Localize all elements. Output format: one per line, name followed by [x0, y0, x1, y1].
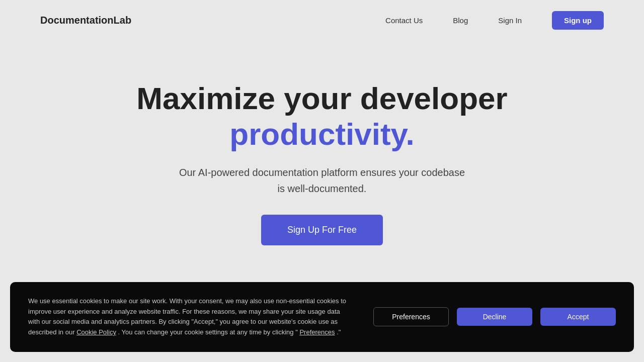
hero-title: Maximize your developer productivity. [136, 80, 507, 152]
cookie-text-after: . You can change your cookie settings at… [118, 328, 298, 336]
hero-subtitle-line2: is well-documented. [278, 183, 367, 194]
navbar: DocumentationLab Contact Us Blog Sign In… [0, 0, 644, 40]
hero-title-line1: Maximize your developer [136, 81, 507, 116]
cookie-decline-button[interactable]: Decline [457, 308, 532, 326]
nav-link-contact[interactable]: Contact Us [385, 16, 423, 25]
cookie-text-end: ." [337, 328, 341, 336]
hero-section: Maximize your developer productivity. Ou… [0, 40, 644, 306]
nav-link-blog[interactable]: Blog [453, 16, 468, 25]
nav-link-signin[interactable]: Sign In [498, 16, 522, 25]
brand-logo: DocumentationLab [40, 15, 131, 26]
hero-cta-button[interactable]: Sign Up For Free [261, 215, 383, 245]
cookie-accept-button[interactable]: Accept [540, 308, 616, 326]
cookie-text: We use essential cookies to make our sit… [28, 296, 353, 338]
nav-links: Contact Us Blog Sign In Sign up [385, 11, 604, 30]
hero-subtitle-line1: Our AI-powered documentation platform en… [179, 167, 465, 178]
cookie-policy-link[interactable]: Cookie Policy [76, 328, 116, 336]
cookie-preferences-button[interactable]: Preferences [373, 307, 449, 326]
cookie-preferences-link[interactable]: Preferences [299, 328, 335, 336]
cookie-banner: We use essential cookies to make our sit… [10, 282, 634, 352]
signup-button[interactable]: Sign up [552, 11, 604, 30]
hero-title-line2: productivity. [229, 117, 414, 151]
hero-subtitle: Our AI-powered documentation platform en… [179, 164, 465, 197]
cookie-actions: Preferences Decline Accept [373, 307, 616, 326]
